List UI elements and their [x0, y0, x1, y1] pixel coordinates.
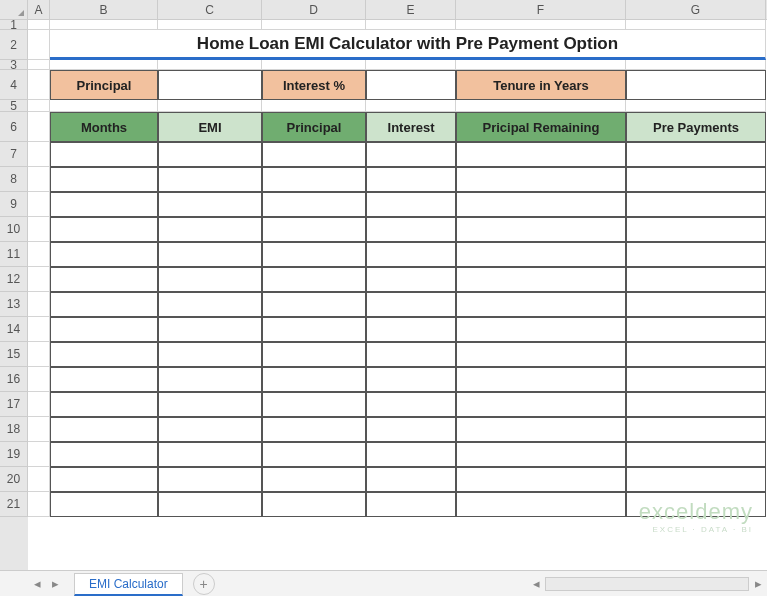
cell-B7[interactable]: [50, 142, 158, 167]
cell-E15[interactable]: [366, 342, 456, 367]
cell-C17[interactable]: [158, 392, 262, 417]
cell-A17[interactable]: [28, 392, 50, 417]
cell-B3[interactable]: [50, 60, 158, 70]
cell-E19[interactable]: [366, 442, 456, 467]
cell-F7[interactable]: [456, 142, 626, 167]
col-header-E[interactable]: E: [366, 0, 456, 19]
cell-F19[interactable]: [456, 442, 626, 467]
cell-C12[interactable]: [158, 267, 262, 292]
cell-F15[interactable]: [456, 342, 626, 367]
row-header-21[interactable]: 21: [0, 492, 28, 517]
row-header-10[interactable]: 10: [0, 217, 28, 242]
cell-B14[interactable]: [50, 317, 158, 342]
cell-B8[interactable]: [50, 167, 158, 192]
cell-grid[interactable]: Home Loan EMI Calculator with Pre Paymen…: [28, 20, 767, 570]
cell-E16[interactable]: [366, 367, 456, 392]
row-header-12[interactable]: 12: [0, 267, 28, 292]
row-header-2[interactable]: 2: [0, 30, 28, 60]
cell-E13[interactable]: [366, 292, 456, 317]
cell-F3[interactable]: [456, 60, 626, 70]
cell-F16[interactable]: [456, 367, 626, 392]
cell-A9[interactable]: [28, 192, 50, 217]
row-header-8[interactable]: 8: [0, 167, 28, 192]
cell-C16[interactable]: [158, 367, 262, 392]
cell-A7[interactable]: [28, 142, 50, 167]
cell-C20[interactable]: [158, 467, 262, 492]
cell-F11[interactable]: [456, 242, 626, 267]
th-months[interactable]: Months: [50, 112, 158, 142]
cell-G16[interactable]: [626, 367, 766, 392]
row-header-5[interactable]: 5: [0, 100, 28, 112]
cell-D7[interactable]: [262, 142, 366, 167]
cell-D16[interactable]: [262, 367, 366, 392]
cell-G8[interactable]: [626, 167, 766, 192]
cell-E20[interactable]: [366, 467, 456, 492]
cell-B1[interactable]: [50, 20, 158, 30]
cell-D20[interactable]: [262, 467, 366, 492]
cell-A2[interactable]: [28, 30, 50, 60]
cell-G11[interactable]: [626, 242, 766, 267]
cell-C5[interactable]: [158, 100, 262, 112]
row-header-4[interactable]: 4: [0, 70, 28, 100]
row-header-7[interactable]: 7: [0, 142, 28, 167]
cell-B13[interactable]: [50, 292, 158, 317]
page-title[interactable]: Home Loan EMI Calculator with Pre Paymen…: [50, 30, 766, 60]
cell-D21[interactable]: [262, 492, 366, 517]
cell-A12[interactable]: [28, 267, 50, 292]
cell-G5[interactable]: [626, 100, 766, 112]
cell-B21[interactable]: [50, 492, 158, 517]
cell-D10[interactable]: [262, 217, 366, 242]
cell-D13[interactable]: [262, 292, 366, 317]
col-header-D[interactable]: D: [262, 0, 366, 19]
cell-G10[interactable]: [626, 217, 766, 242]
th-interest[interactable]: Interest: [366, 112, 456, 142]
cell-B16[interactable]: [50, 367, 158, 392]
cell-D19[interactable]: [262, 442, 366, 467]
cell-B20[interactable]: [50, 467, 158, 492]
cell-F18[interactable]: [456, 417, 626, 442]
cell-A13[interactable]: [28, 292, 50, 317]
cell-G15[interactable]: [626, 342, 766, 367]
row-header-18[interactable]: 18: [0, 417, 28, 442]
cell-C1[interactable]: [158, 20, 262, 30]
cell-A1[interactable]: [28, 20, 50, 30]
cell-C7[interactable]: [158, 142, 262, 167]
add-sheet-button[interactable]: +: [193, 573, 215, 595]
cell-A8[interactable]: [28, 167, 50, 192]
cell-G20[interactable]: [626, 467, 766, 492]
cell-A14[interactable]: [28, 317, 50, 342]
cell-D18[interactable]: [262, 417, 366, 442]
interest-input[interactable]: [366, 70, 456, 100]
tab-prev-icon[interactable]: ◂: [30, 577, 44, 591]
cell-G3[interactable]: [626, 60, 766, 70]
cell-A3[interactable]: [28, 60, 50, 70]
cell-E9[interactable]: [366, 192, 456, 217]
cell-D9[interactable]: [262, 192, 366, 217]
cell-A15[interactable]: [28, 342, 50, 367]
cell-D15[interactable]: [262, 342, 366, 367]
cell-D1[interactable]: [262, 20, 366, 30]
col-header-C[interactable]: C: [158, 0, 262, 19]
cell-A19[interactable]: [28, 442, 50, 467]
row-header-3[interactable]: 3: [0, 60, 28, 70]
cell-D5[interactable]: [262, 100, 366, 112]
cell-E11[interactable]: [366, 242, 456, 267]
cell-C18[interactable]: [158, 417, 262, 442]
row-header-19[interactable]: 19: [0, 442, 28, 467]
cell-F8[interactable]: [456, 167, 626, 192]
cell-A21[interactable]: [28, 492, 50, 517]
cell-E1[interactable]: [366, 20, 456, 30]
cell-B10[interactable]: [50, 217, 158, 242]
scroll-left-icon[interactable]: ◂: [527, 575, 545, 593]
col-header-B[interactable]: B: [50, 0, 158, 19]
cell-G21[interactable]: [626, 492, 766, 517]
cell-F5[interactable]: [456, 100, 626, 112]
cell-A20[interactable]: [28, 467, 50, 492]
row-header-15[interactable]: 15: [0, 342, 28, 367]
cell-E3[interactable]: [366, 60, 456, 70]
row-header-13[interactable]: 13: [0, 292, 28, 317]
row-header-16[interactable]: 16: [0, 367, 28, 392]
cell-F13[interactable]: [456, 292, 626, 317]
cell-C14[interactable]: [158, 317, 262, 342]
cell-C13[interactable]: [158, 292, 262, 317]
